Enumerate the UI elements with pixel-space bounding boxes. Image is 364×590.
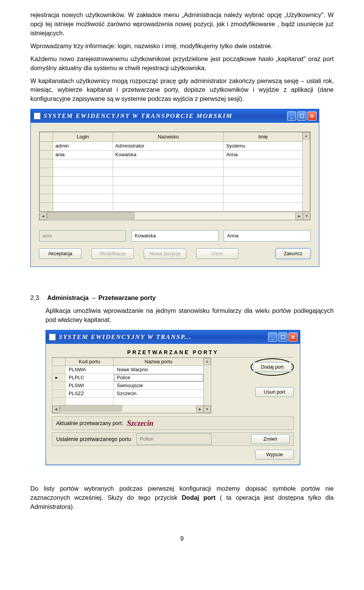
scrollbar-horizontal[interactable]: ◀ ▶ ▼: [52, 406, 211, 413]
change-button[interactable]: Zmień: [251, 434, 290, 444]
new-button[interactable]: Nowa pozycja: [144, 248, 186, 259]
scroll-down-icon[interactable]: ▼: [204, 406, 211, 413]
ports-window: SYSTEM EWIDENCYJNY W TRANSP... _ ☐ ✕ PRZ…: [46, 330, 300, 465]
paragraph: rejestracja nowych użytkowników. W zakła…: [30, 11, 334, 38]
scrollbar-horizontal[interactable]: ◀ ▶ ▼: [39, 213, 311, 220]
col-kod[interactable]: Kod portu: [66, 358, 114, 366]
maximize-button[interactable]: ☐: [278, 333, 287, 342]
section-title: Administracja → Przetwarzane porty: [47, 294, 156, 301]
cell[interactable]: Administrator: [113, 142, 224, 151]
window-title: SYSTEM EWIDENCYJNY W TRANSPORCIE MORSKIM: [44, 112, 232, 120]
scroll-right-icon[interactable]: ▶: [296, 213, 303, 220]
row-header-blank: [40, 132, 53, 142]
minimize-button[interactable]: _: [268, 333, 277, 342]
cell[interactable]: Nowe Warpno: [114, 366, 204, 374]
paragraph: Wprowadzamy trzy informacje: login, nazw…: [30, 42, 334, 51]
users-table[interactable]: Login Nazwisko Imię ▲ adminAdministrator…: [39, 132, 310, 212]
imie-field[interactable]: Anna: [224, 230, 311, 242]
scroll-right-icon[interactable]: ▶: [196, 406, 204, 413]
login-field[interactable]: ania: [39, 230, 126, 242]
app-icon: [34, 113, 41, 119]
paragraph: Aplikacja umożliwia wprowadzanie na jedn…: [46, 306, 334, 325]
section-heading: 2.3. Administracja → Przetwarzane porty: [30, 293, 334, 303]
cell[interactable]: PLPLC: [66, 374, 114, 382]
col-nazwa[interactable]: Nazwa portu: [114, 358, 204, 366]
scroll-up-icon[interactable]: ▲: [204, 358, 211, 365]
app-icon: [49, 334, 56, 341]
scroll-up-icon[interactable]: ▲: [303, 132, 310, 140]
paragraph: Każdemu nowo zarejestrowanemu użytkownik…: [30, 55, 334, 73]
scroll-down-icon[interactable]: ▼: [303, 213, 310, 220]
cell[interactable]: ania: [53, 151, 113, 159]
cell[interactable]: Systemu: [224, 142, 303, 151]
add-port-button[interactable]: Dodaj port: [253, 362, 292, 372]
window-title: SYSTEM EWIDENCYJNY W TRANSP...: [59, 333, 191, 341]
cell[interactable]: Szczecin: [114, 390, 204, 398]
cell[interactable]: Kowalska: [113, 151, 224, 159]
cell[interactable]: PLNWA: [66, 366, 114, 374]
scroll-left-icon[interactable]: ◀: [52, 406, 60, 413]
cell[interactable]: PLSZZ: [66, 390, 114, 398]
close-button[interactable]: ✕: [289, 333, 298, 342]
row-header-blank: [52, 358, 66, 366]
titlebar: SYSTEM EWIDENCYJNY W TRANSPORCIE MORSKIM…: [31, 109, 319, 123]
users-window: SYSTEM EWIDENCYJNY W TRANSPORCIE MORSKIM…: [30, 109, 319, 267]
cell[interactable]: Świnoujście: [114, 382, 204, 390]
modify-button[interactable]: Modyfikacja: [91, 248, 134, 259]
col-nazwisko[interactable]: Nazwisko: [113, 132, 224, 142]
cell[interactable]: admin: [53, 142, 113, 151]
panel-heading: PRZETWARZANE PORTY: [52, 347, 294, 358]
exit-button[interactable]: Wyjście: [255, 450, 294, 460]
set-port-label: Ustalenie przetwarzanego portu: [56, 435, 131, 443]
maximize-button[interactable]: ☐: [297, 111, 306, 121]
scrollbar-vertical[interactable]: ▲: [204, 358, 211, 406]
set-port-field[interactable]: Police: [136, 433, 212, 445]
scrollbar-vertical[interactable]: ▲: [303, 132, 310, 212]
current-port-value: Szczecin: [127, 419, 154, 427]
highlight-ellipse: Dodaj port: [251, 358, 294, 376]
titlebar: SYSTEM EWIDENCYJNY W TRANSP... _ ☐ ✕: [46, 330, 300, 344]
paragraph: Do listy portów wybranych podczas pierws…: [30, 484, 334, 512]
cell[interactable]: Anna: [224, 151, 303, 159]
paragraph: W kapitanatach użytkownicy mogą rozpoczą…: [30, 77, 334, 104]
delete-port-button[interactable]: Usuń port: [255, 387, 294, 397]
col-login[interactable]: Login: [53, 132, 113, 142]
cell[interactable]: PLSWI: [66, 382, 114, 390]
section-number: 2.3.: [30, 293, 46, 303]
cell-selected[interactable]: Police: [114, 374, 204, 382]
close-button[interactable]: ✕: [308, 111, 317, 121]
close-button[interactable]: Zakończ: [276, 248, 311, 259]
page-number: 9: [30, 534, 334, 543]
current-port-label: Aktualnie przetwarzany port:: [56, 419, 123, 427]
scroll-left-icon[interactable]: ◀: [39, 213, 47, 220]
accept-button[interactable]: Akceptacja: [39, 248, 82, 259]
bold-text: Dodaj port: [182, 494, 215, 501]
delete-button[interactable]: Usuń: [196, 248, 238, 259]
ports-table[interactable]: Kod portu Nazwa portu ▲ PLNWANowe Warpno…: [52, 358, 211, 406]
col-imie[interactable]: Imię: [224, 132, 303, 142]
nazwisko-field[interactable]: Kowalska: [131, 230, 218, 242]
minimize-button[interactable]: _: [287, 111, 296, 121]
